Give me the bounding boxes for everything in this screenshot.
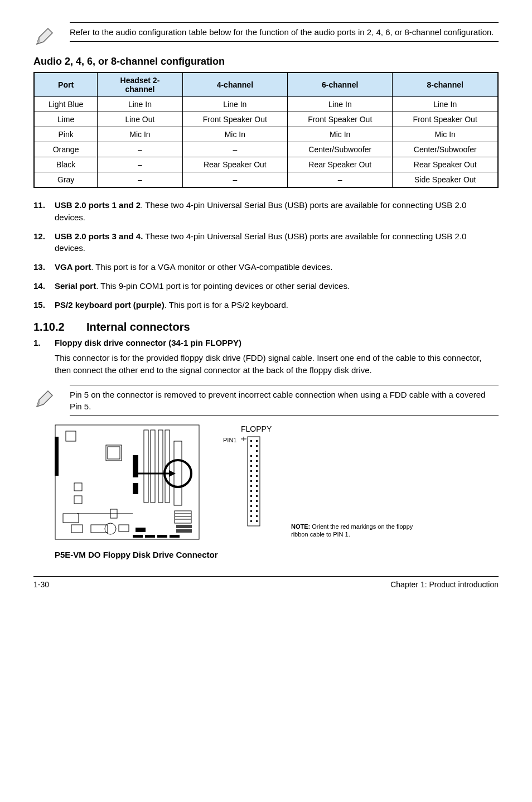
svg-rect-35	[133, 483, 138, 494]
svg-point-18	[105, 523, 116, 534]
cell: Rear Speaker Out	[182, 157, 287, 172]
svg-rect-38	[248, 437, 260, 526]
table-row: Black – Rear Speaker Out Rear Speaker Ou…	[34, 157, 498, 172]
svg-rect-30	[170, 535, 180, 538]
svg-text:P5E-VM DO: P5E-VM DO	[130, 453, 133, 469]
svg-rect-27	[133, 535, 143, 538]
svg-rect-60	[250, 495, 252, 497]
svg-rect-10	[158, 430, 163, 503]
svg-rect-50	[250, 470, 252, 472]
item-bold: VGA port	[55, 262, 91, 272]
item-bold: USB 2.0 ports 1 and 2	[55, 200, 141, 210]
floppy-connector-detail: FLOPPY PIN1	[216, 424, 274, 528]
svg-rect-54	[250, 480, 252, 482]
svg-rect-20	[136, 528, 146, 532]
svg-rect-29	[157, 535, 167, 538]
item-number: 14.	[33, 280, 55, 292]
cell: –	[182, 142, 287, 157]
pin1-label: PIN1	[223, 437, 236, 443]
list-item: 12. USB 2.0 ports 3 and 4. These two 4-p…	[33, 230, 499, 255]
cell: Center/Subwoofer	[288, 142, 393, 157]
cell: Line In	[182, 97, 287, 112]
svg-rect-2	[108, 447, 120, 459]
svg-rect-61	[256, 495, 258, 497]
cell: Line In	[98, 97, 182, 112]
audio-config-heading: Audio 2, 4, 6, or 8-channel configuratio…	[33, 56, 499, 67]
svg-rect-51	[256, 470, 258, 472]
table-row: Orange – – Center/Subwoofer Center/Subwo…	[34, 142, 498, 157]
svg-rect-56	[250, 485, 252, 487]
svg-rect-16	[71, 525, 83, 533]
cell: –	[98, 142, 182, 157]
pencil-note-icon	[33, 22, 56, 47]
page-number: 1-30	[33, 580, 49, 589]
item-text: . This port is for a VGA monitor or othe…	[91, 262, 332, 272]
cell: Rear Speaker Out	[288, 157, 393, 172]
svg-rect-21	[175, 511, 191, 523]
svg-rect-55	[256, 480, 258, 482]
cell: –	[98, 157, 182, 172]
th-4ch: 4-channel	[182, 73, 287, 97]
orient-note: NOTE: Orient the red markings on the flo…	[291, 518, 414, 539]
note-text: Refer to the audio configuration table b…	[70, 22, 499, 42]
svg-rect-19	[119, 525, 129, 532]
item-body: USB 2.0 ports 1 and 2. These two 4-pin U…	[55, 199, 499, 224]
floppy-pinout-icon	[241, 436, 274, 528]
svg-rect-69	[256, 515, 258, 517]
item-body: USB 2.0 ports 3 and 4. These two 4-pin U…	[55, 230, 499, 255]
pencil-note-icon	[33, 385, 56, 410]
item-body: PS/2 keyboard port (purple). This port i…	[55, 299, 499, 311]
floppy-diagram: P5E-VM DO FLOPPY PIN1	[55, 424, 499, 559]
svg-rect-53	[256, 475, 258, 477]
section-number: 1.10.2	[33, 321, 86, 334]
th-2ch-text: Headset 2-channel	[115, 76, 165, 94]
svg-rect-45	[256, 455, 258, 457]
audio-config-table: Port Headset 2-channel 4-channel 6-chann…	[33, 72, 499, 188]
item-bold: PS/2 keyboard port (purple)	[55, 300, 165, 310]
motherboard-schematic-icon: P5E-VM DO	[55, 424, 200, 544]
cell: Lime	[34, 112, 98, 127]
list-item: 14. Serial port. This 9-pin COM1 port is…	[33, 280, 499, 292]
note-callout: Pin 5 on the connector is removed to pre…	[33, 385, 499, 416]
cell: Front Speaker Out	[393, 112, 498, 127]
svg-rect-40	[256, 440, 258, 442]
svg-rect-9	[151, 430, 155, 503]
th-2ch: Headset 2-channel	[98, 73, 182, 97]
item-bold: USB 2.0 ports 3 and 4.	[55, 231, 143, 241]
svg-rect-49	[256, 465, 258, 467]
sub-title: Floppy disk drive connector (34-1 pin FL…	[55, 338, 499, 347]
orient-bold: NOTE:	[291, 523, 310, 530]
cell: Mic In	[182, 127, 287, 142]
svg-rect-62	[250, 500, 252, 502]
cell: Orange	[34, 142, 98, 157]
cell: Mic In	[288, 127, 393, 142]
svg-rect-63	[256, 500, 258, 502]
item-number: 13.	[33, 261, 55, 273]
svg-rect-4	[74, 483, 82, 491]
item-number: 12.	[33, 230, 55, 255]
page-footer: 1-30 Chapter 1: Product introduction	[33, 576, 499, 589]
cell: Black	[34, 157, 98, 172]
subsection-item: 1. Floppy disk drive connector (34-1 pin…	[33, 338, 499, 347]
list-item: 15. PS/2 keyboard port (purple). This po…	[33, 299, 499, 311]
svg-rect-0	[55, 425, 199, 539]
table-row: Pink Mic In Mic In Mic In Mic In	[34, 127, 498, 142]
floppy-label: FLOPPY	[241, 424, 274, 433]
cell: Front Speaker Out	[182, 112, 287, 127]
svg-rect-28	[145, 535, 155, 538]
svg-rect-25	[176, 525, 192, 528]
svg-rect-44	[250, 455, 252, 457]
cell: Light Blue	[34, 97, 98, 112]
cell: –	[288, 172, 393, 188]
svg-rect-68	[250, 515, 252, 517]
item-bold: Serial port	[55, 281, 96, 291]
svg-rect-66	[250, 510, 252, 512]
sub-number: 1.	[33, 338, 55, 347]
cell: Center/Subwoofer	[393, 142, 498, 157]
cell: Rear Speaker Out	[393, 157, 498, 172]
svg-rect-8	[144, 430, 148, 503]
table-row: Lime Line Out Front Speaker Out Front Sp…	[34, 112, 498, 127]
list-item: 11. USB 2.0 ports 1 and 2. These two 4-p…	[33, 199, 499, 224]
th-6ch: 6-channel	[288, 73, 393, 97]
th-8ch: 8-channel	[393, 73, 498, 97]
